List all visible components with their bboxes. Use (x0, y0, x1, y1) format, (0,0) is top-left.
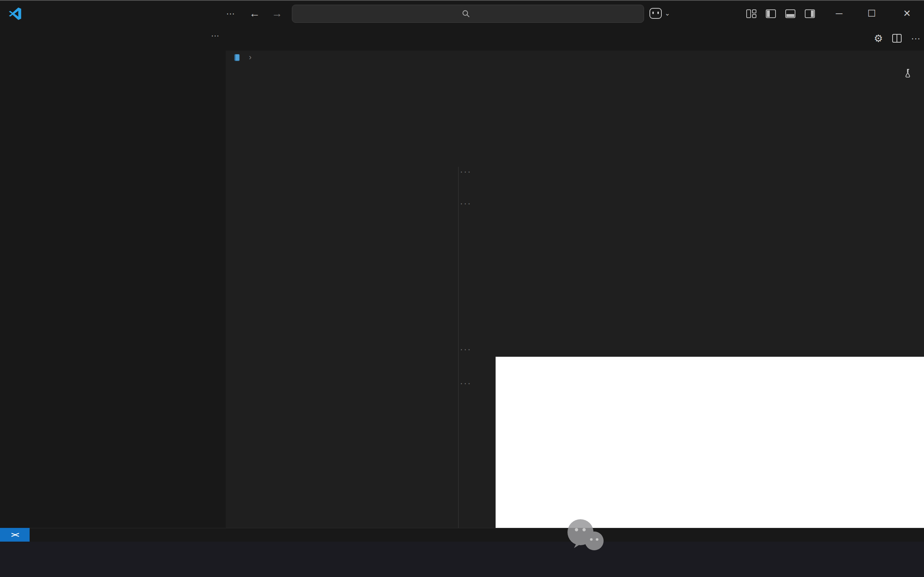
remote-indicator[interactable]: >< (0, 528, 30, 542)
screen: { "titlebar": { "menus": ["文件(F)", "编辑(E… (0, 0, 924, 577)
toggle-secondary-sidebar-icon (805, 10, 815, 18)
status-bar (0, 528, 924, 542)
window-minimize-button[interactable]: ─ (831, 1, 847, 26)
title-bar: ··· ← → ⌄ ─ ☐ ✕ (0, 0, 924, 27)
notebook-cell-area: ··· ··· ··· ··· (226, 82, 924, 528)
kernel-picker[interactable] (904, 64, 916, 82)
windows-taskbar (0, 542, 924, 577)
toggle-sidebar-icon (766, 10, 776, 18)
cell-gutter-menu-icon[interactable]: ··· (460, 166, 471, 177)
gear-icon: ⚙ (874, 32, 883, 44)
cell-gutter-menu-icon[interactable]: ··· (460, 378, 471, 389)
window-maximize-button[interactable]: ☐ (863, 1, 880, 26)
command-center-search[interactable] (292, 5, 644, 23)
editor-actions[interactable]: ⚙ ··· (874, 26, 921, 50)
window-close-button[interactable]: ✕ (899, 1, 915, 26)
notebook-file-icon (234, 54, 239, 61)
tab-bar (226, 26, 924, 50)
sidebar-more-icon[interactable]: ··· (211, 31, 219, 40)
chevron-right-icon: › (249, 53, 252, 62)
kernel-flask-icon (904, 69, 913, 78)
cell-gutter-menu-icon[interactable]: ··· (460, 344, 471, 355)
breadcrumb[interactable]: › (226, 50, 924, 64)
copilot-icon (650, 8, 662, 19)
explorer-sidebar: ··· (29, 26, 226, 528)
layout-controls[interactable] (746, 10, 815, 18)
nav-back-icon[interactable]: ← (249, 1, 260, 26)
nav-forward-icon[interactable]: → (272, 1, 282, 26)
toggle-panel-icon (785, 10, 795, 18)
split-editor-icon (892, 34, 901, 43)
notebook-toolbar (226, 64, 924, 83)
vscode-logo-icon (9, 7, 22, 20)
search-icon (462, 10, 470, 18)
cell-gutter-menu-icon[interactable]: ··· (460, 198, 471, 209)
more-actions-icon: ··· (911, 33, 921, 44)
activity-bar (0, 26, 29, 528)
menu-more-icon[interactable]: ··· (219, 1, 242, 26)
customize-layout-icon (746, 10, 756, 18)
copilot-button[interactable]: ⌄ (650, 8, 670, 19)
